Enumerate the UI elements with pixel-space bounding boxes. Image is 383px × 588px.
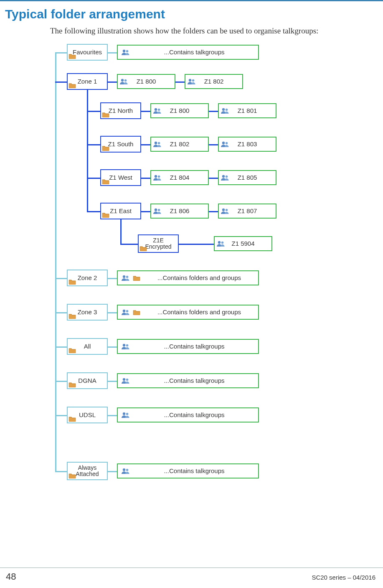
- page-number: 48: [6, 571, 16, 582]
- group-icon: [153, 208, 162, 214]
- desc-label: ...Contains talkgroups: [130, 343, 258, 350]
- desc-favourites: ...Contains talkgroups: [117, 45, 259, 60]
- desc-label: ...Contains talkgroups: [130, 467, 258, 474]
- folder-zone1: Zone 1: [67, 73, 108, 90]
- folder-label: All: [84, 343, 91, 350]
- desc-label: ...Contains folders and groups: [140, 308, 258, 316]
- folder-label-top: Z1E: [153, 237, 164, 244]
- group-node: Z1 800: [150, 103, 209, 118]
- folder-icon: [102, 178, 109, 184]
- group-icon: [221, 174, 230, 181]
- folder-zone3: Zone 3: [67, 304, 108, 321]
- folder-label: Favourites: [73, 48, 102, 56]
- folder-label: Zone 3: [78, 308, 97, 316]
- folder-icon: [102, 212, 109, 218]
- group-node: Z1 801: [218, 103, 276, 118]
- group-icon: [221, 107, 230, 114]
- folder-z1-west: Z1 West: [100, 169, 141, 186]
- group-node: Z1 807: [218, 204, 276, 219]
- group-icon: [121, 275, 130, 281]
- folder-icon: [133, 309, 140, 315]
- desc-label: ...Contains talkgroups: [130, 411, 258, 418]
- folder-icon: [68, 473, 76, 479]
- group-icon: [153, 107, 162, 114]
- group-node: Z1 803: [218, 137, 276, 152]
- folder-label: Z1 North: [109, 107, 133, 114]
- page-footer: 48 SC20 series – 04/2016: [0, 568, 383, 582]
- folder-z1e-encrypted: Z1E Encrypted: [138, 234, 179, 253]
- group-icon: [216, 240, 226, 247]
- folder-label: UDSL: [79, 411, 96, 418]
- group-z1-802: Z1 802: [185, 74, 243, 89]
- group-node: Z1 804: [150, 170, 209, 185]
- group-node: Z1 805: [218, 170, 276, 185]
- folder-label-top: Always: [78, 465, 96, 471]
- group-icon: [119, 78, 129, 85]
- group-icon: [121, 412, 130, 418]
- group-z1-800: Z1 800: [117, 74, 175, 89]
- folder-label: Zone 2: [78, 274, 97, 281]
- intro-text: The following illustration shows how the…: [50, 25, 358, 36]
- folder-zone2: Zone 2: [67, 270, 108, 286]
- folder-label-bottom: Attached: [76, 471, 99, 477]
- group-icon: [221, 141, 230, 148]
- desc-udsl: ...Contains talkgroups: [117, 407, 259, 423]
- desc-zone3: ...Contains folders and groups: [117, 305, 259, 320]
- folder-label: Z1 East: [110, 207, 132, 214]
- group-node: Z1 806: [150, 204, 209, 219]
- group-icon: [187, 78, 196, 85]
- footer-right: SC20 series – 04/2016: [312, 574, 375, 582]
- folder-icon: [68, 347, 76, 353]
- folder-label: Z1 West: [109, 174, 132, 181]
- folder-label: DGNA: [78, 377, 96, 384]
- desc-zone2: ...Contains folders and groups: [117, 270, 259, 285]
- folder-icon: [102, 112, 109, 117]
- group-icon: [121, 468, 130, 474]
- folder-icon: [68, 53, 76, 59]
- desc-all: ...Contains talkgroups: [117, 339, 259, 354]
- group-icon: [221, 208, 230, 214]
- folder-icon: [133, 275, 140, 281]
- group-z1-5904: Z1 5904: [214, 236, 272, 251]
- folder-always-attached: Always Attached: [67, 462, 108, 480]
- desc-label: ...Contains talkgroups: [130, 48, 258, 56]
- group-icon: [121, 377, 130, 384]
- desc-label: ...Contains folders and groups: [140, 274, 258, 281]
- folder-label-bottom: Encrypted: [145, 244, 171, 250]
- folder-icon: [68, 279, 76, 285]
- desc-always-attached: ...Contains talkgroups: [117, 463, 259, 479]
- folder-diagram: Favourites ...Contains talkgroups Zone 1…: [50, 44, 383, 479]
- folder-icon: [102, 145, 109, 151]
- group-icon: [153, 141, 162, 148]
- folder-icon: [68, 416, 76, 422]
- folder-icon: [140, 245, 147, 251]
- folder-z1-east: Z1 East: [100, 203, 141, 219]
- folder-udsl: UDSL: [67, 407, 108, 423]
- folder-icon: [68, 313, 76, 319]
- group-icon: [153, 174, 162, 181]
- folder-label: Z1 South: [108, 140, 134, 148]
- folder-icon: [68, 82, 76, 88]
- section-heading: Typical folder arrangement: [5, 7, 383, 21]
- folder-dgna: DGNA: [67, 372, 108, 389]
- folder-z1-south: Z1 South: [100, 136, 141, 153]
- group-icon: [121, 309, 130, 316]
- folder-icon: [68, 382, 76, 387]
- folder-label: Zone 1: [78, 78, 97, 85]
- group-icon: [121, 343, 130, 350]
- folder-favourites: Favourites: [67, 44, 108, 61]
- desc-dgna: ...Contains talkgroups: [117, 373, 259, 388]
- folder-z1-north: Z1 North: [100, 102, 141, 119]
- group-icon: [121, 49, 130, 56]
- group-node: Z1 802: [150, 137, 209, 152]
- folder-all: All: [67, 338, 108, 355]
- desc-label: ...Contains talkgroups: [130, 377, 258, 384]
